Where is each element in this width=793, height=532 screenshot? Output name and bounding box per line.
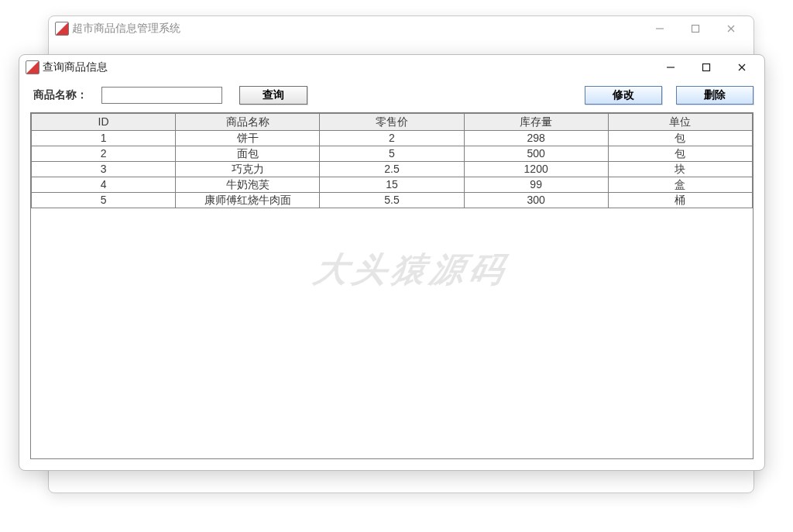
- toolbar: 商品名称： 查询 修改 删除: [19, 80, 764, 112]
- cell-id[interactable]: 2: [32, 146, 176, 162]
- cell-price[interactable]: 5: [320, 146, 464, 162]
- app-icon: [55, 22, 69, 36]
- cell-name[interactable]: 面包: [176, 146, 320, 162]
- cell-unit[interactable]: 盒: [608, 177, 752, 193]
- cell-price[interactable]: 15: [320, 177, 464, 193]
- cell-stock[interactable]: 298: [464, 131, 608, 146]
- minimize-icon[interactable]: [642, 16, 678, 41]
- cell-name[interactable]: 牛奶泡芙: [176, 177, 320, 193]
- cell-name[interactable]: 巧克力: [176, 162, 320, 177]
- cell-name[interactable]: 康师傅红烧牛肉面: [176, 193, 320, 208]
- child-titlebar: 查询商品信息: [19, 55, 764, 80]
- svg-rect-1: [692, 26, 699, 33]
- product-table: ID 商品名称 零售价 库存量 单位 1饼干2298包2面包5500包3巧克力2…: [31, 113, 753, 208]
- cell-unit[interactable]: 包: [608, 131, 752, 146]
- table-row[interactable]: 2面包5500包: [32, 146, 753, 162]
- cell-price[interactable]: 2: [320, 131, 464, 146]
- product-name-label: 商品名称：: [33, 88, 88, 102]
- cell-unit[interactable]: 桶: [608, 193, 752, 208]
- col-stock[interactable]: 库存量: [464, 114, 608, 131]
- cell-price[interactable]: 2.5: [320, 162, 464, 177]
- table-container: ID 商品名称 零售价 库存量 单位 1饼干2298包2面包5500包3巧克力2…: [30, 112, 754, 459]
- cell-id[interactable]: 4: [32, 177, 176, 193]
- table-row[interactable]: 4牛奶泡芙1599盒: [32, 177, 753, 193]
- cell-stock[interactable]: 99: [464, 177, 608, 193]
- cell-id[interactable]: 1: [32, 131, 176, 146]
- child-window: 查询商品信息 商品名称： 查询 修改 删除 ID 商品名称 零售价 库存量: [19, 54, 765, 471]
- cell-price[interactable]: 5.5: [320, 193, 464, 208]
- delete-button[interactable]: 删除: [676, 86, 754, 105]
- minimize-icon[interactable]: [653, 55, 688, 80]
- cell-id[interactable]: 3: [32, 162, 176, 177]
- close-icon[interactable]: [713, 16, 749, 41]
- modify-button[interactable]: 修改: [585, 86, 662, 105]
- search-button[interactable]: 查询: [239, 86, 307, 105]
- table-row[interactable]: 1饼干2298包: [32, 131, 753, 146]
- parent-window-title: 超市商品信息管理系统: [72, 22, 180, 36]
- cell-stock[interactable]: 1200: [464, 162, 608, 177]
- product-name-input[interactable]: [101, 87, 222, 104]
- table-row[interactable]: 5康师傅红烧牛肉面5.5300桶: [32, 193, 753, 208]
- col-price[interactable]: 零售价: [320, 114, 464, 131]
- parent-titlebar: 超市商品信息管理系统: [49, 16, 754, 41]
- svg-rect-5: [703, 64, 710, 71]
- cell-stock[interactable]: 500: [464, 146, 608, 162]
- maximize-icon[interactable]: [678, 16, 713, 41]
- cell-id[interactable]: 5: [32, 193, 176, 208]
- col-unit[interactable]: 单位: [608, 114, 752, 131]
- app-icon: [26, 60, 39, 74]
- col-name[interactable]: 商品名称: [176, 114, 320, 131]
- watermark-text: 大头猿源码: [310, 247, 513, 293]
- cell-unit[interactable]: 块: [608, 162, 752, 177]
- maximize-icon[interactable]: [688, 55, 724, 80]
- child-window-title: 查询商品信息: [43, 60, 108, 74]
- table-header-row: ID 商品名称 零售价 库存量 单位: [32, 114, 753, 131]
- close-icon[interactable]: [724, 55, 760, 80]
- cell-name[interactable]: 饼干: [176, 131, 320, 146]
- cell-stock[interactable]: 300: [464, 193, 608, 208]
- table-row[interactable]: 3巧克力2.51200块: [32, 162, 753, 177]
- col-id[interactable]: ID: [32, 114, 176, 131]
- cell-unit[interactable]: 包: [608, 146, 752, 162]
